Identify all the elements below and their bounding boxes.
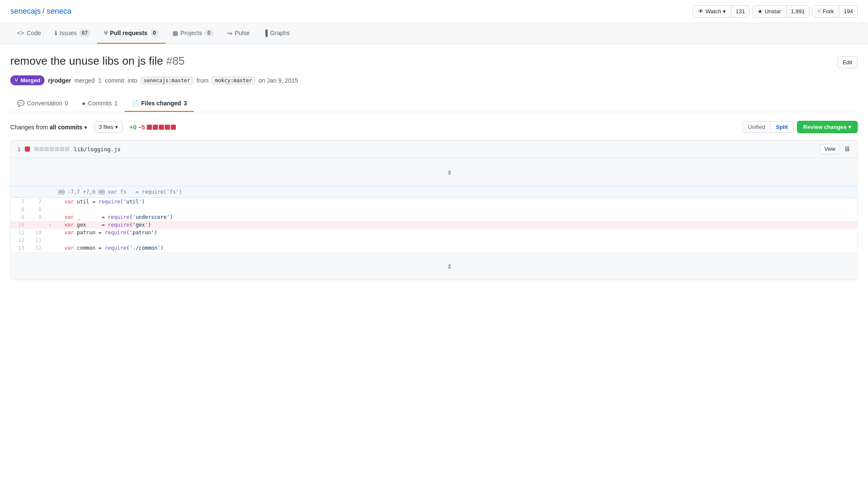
split-button[interactable]: Split	[770, 121, 794, 133]
tab-graphs-label: Graphs	[270, 30, 290, 36]
watch-label: Watch	[705, 8, 721, 15]
pull-requests-badge: 0	[150, 29, 159, 37]
pr-title-row: remove the unuse libs on js file #85 Edi…	[10, 54, 858, 69]
all-commits-text: all commits	[50, 124, 83, 131]
deletions-count: −5	[138, 124, 145, 131]
pr-into-text: into	[128, 77, 137, 84]
line-old-12: 12	[11, 236, 28, 244]
repo-nav: <> Code ℹ Issues 67 ⑂ Pull requests 0 ▦ …	[0, 23, 868, 44]
fork-count[interactable]: 194	[839, 6, 857, 17]
line-new-13: 12	[28, 244, 45, 252]
tab-files-changed-label: Files changed	[141, 100, 181, 107]
line-sign-7	[45, 198, 55, 206]
watch-button[interactable]: 👁 Watch ▾	[693, 6, 731, 17]
file-header-left: 1 lib/logging.js	[18, 146, 121, 152]
pr-base-repo[interactable]: senecajs:master	[141, 77, 193, 84]
watch-btn-group: 👁 Watch ▾ 131	[693, 5, 749, 18]
files-toolbar-right: Unified Split Review changes ▾	[742, 121, 858, 133]
line-content-8	[55, 206, 857, 213]
diff-block-5	[171, 125, 176, 130]
files-count-button[interactable]: 3 files ▾	[94, 121, 123, 133]
tab-projects[interactable]: ▦ Projects 0	[166, 23, 220, 44]
pr-from-text: from	[196, 77, 208, 84]
additions-count: +0	[130, 124, 137, 131]
changes-from-text: Changes from	[10, 124, 48, 131]
tab-code-label: Code	[27, 30, 41, 36]
fork-icon: ⑂	[817, 8, 821, 15]
tab-pull-requests[interactable]: ⑂ Pull requests 0	[97, 23, 166, 44]
line-old-9: 9	[11, 213, 28, 221]
hunk-content: @@ -7,7 +7,6 @@ var fs = require('fs')	[55, 186, 857, 198]
expand-bottom-cell: ⇕	[11, 252, 857, 280]
edit-button[interactable]: Edit	[837, 56, 858, 69]
diff-table-1: ⇕ @@ -7,7 +7,6 @@ var fs = require('fs')…	[11, 158, 857, 280]
pr-commit-count: 1	[98, 77, 101, 84]
sq-2	[39, 147, 44, 151]
hunk-new-num	[28, 186, 45, 198]
pr-merged-date: on Jan 9, 2015	[259, 77, 298, 84]
merged-badge: ⑂ Merged	[10, 75, 45, 85]
line-content-9: var _ = require('underscore')	[55, 213, 857, 221]
unified-button[interactable]: Unified	[742, 121, 770, 133]
file-number-1: 1	[18, 146, 21, 152]
pr-author: rjrodger	[48, 77, 71, 84]
line-sign-11	[45, 229, 55, 236]
projects-badge: 0	[205, 29, 213, 37]
line-new-7: 7	[28, 198, 45, 206]
all-commits-dropdown[interactable]: ▾	[84, 124, 87, 131]
conversation-badge: 0	[65, 100, 68, 107]
tab-conversation[interactable]: 💬 Conversation 0	[10, 96, 75, 112]
diff-block-3	[159, 125, 164, 130]
diff-expand-top: ⇕	[11, 158, 857, 186]
diff-line-8: 8 8	[11, 206, 857, 213]
pr-title-text: remove the unuse libs on js file	[10, 54, 163, 67]
watch-count[interactable]: 131	[731, 6, 749, 17]
diff-block-4	[165, 125, 170, 130]
view-toggle: Unified Split	[742, 121, 794, 133]
graphs-icon: ▐	[263, 30, 268, 36]
file-header-right: View 🖥	[820, 144, 850, 154]
tab-issues[interactable]: ℹ Issues 67	[48, 23, 97, 44]
files-count-label: 3 files	[99, 124, 113, 130]
tab-files-changed[interactable]: 📄 Files changed 3	[125, 96, 194, 112]
tab-conversation-label: Conversation	[27, 100, 62, 107]
tab-pulse-label: Pulse	[235, 30, 250, 36]
issues-badge: 67	[79, 29, 90, 37]
tab-commits[interactable]: ● Commits 1	[75, 96, 125, 112]
diff-line-11: 11 10 var patrun = require('patrun')	[11, 229, 857, 236]
unstar-count[interactable]: 1,991	[787, 6, 809, 17]
filename-1: lib/logging.js	[74, 146, 121, 152]
review-changes-button[interactable]: Review changes ▾	[797, 121, 858, 133]
pr-commit-label: commit	[105, 77, 124, 84]
issues-icon: ℹ	[55, 30, 57, 36]
pr-head-repo[interactable]: mokcy:master	[212, 77, 255, 84]
hunk-old-num	[11, 186, 28, 198]
files-changed-badge: 3	[184, 100, 187, 107]
repo-name-link[interactable]: seneca	[47, 7, 71, 15]
fork-label: Fork	[823, 8, 834, 15]
diff-block-1	[147, 125, 152, 130]
diff-line-12: 12 11	[11, 236, 857, 244]
line-sign-10: -	[45, 221, 55, 229]
view-file-button[interactable]: View	[820, 144, 840, 154]
line-old-7: 7	[11, 198, 28, 206]
files-toolbar-left: Changes from all commits ▾ 3 files ▾ +0 …	[10, 121, 176, 133]
pr-title-heading: remove the unuse libs on js file #85	[10, 54, 185, 68]
tab-graphs[interactable]: ▐ Graphs	[256, 24, 297, 43]
tab-pulse[interactable]: ↝ Pulse	[220, 24, 256, 43]
fork-btn-group: ⑂ Fork 194	[812, 5, 858, 18]
line-old-8: 8	[11, 206, 28, 213]
line-old-10: 10	[11, 221, 28, 229]
repo-owner-link[interactable]: senecajs	[10, 7, 41, 15]
commits-badge: 1	[114, 100, 118, 107]
sq-7	[65, 147, 69, 151]
monitor-icon[interactable]: 🖥	[844, 145, 850, 153]
diff-blocks	[147, 125, 176, 130]
expand-arrows-icon: ⇕	[447, 167, 452, 176]
unstar-button[interactable]: ★ Unstar	[752, 6, 786, 17]
tab-code[interactable]: <> Code	[10, 24, 48, 43]
fork-button[interactable]: ⑂ Fork	[812, 6, 839, 17]
files-toolbar: Changes from all commits ▾ 3 files ▾ +0 …	[10, 121, 858, 133]
line-content-10: var gex = require('gex')	[55, 221, 857, 229]
projects-icon: ▦	[172, 30, 178, 36]
